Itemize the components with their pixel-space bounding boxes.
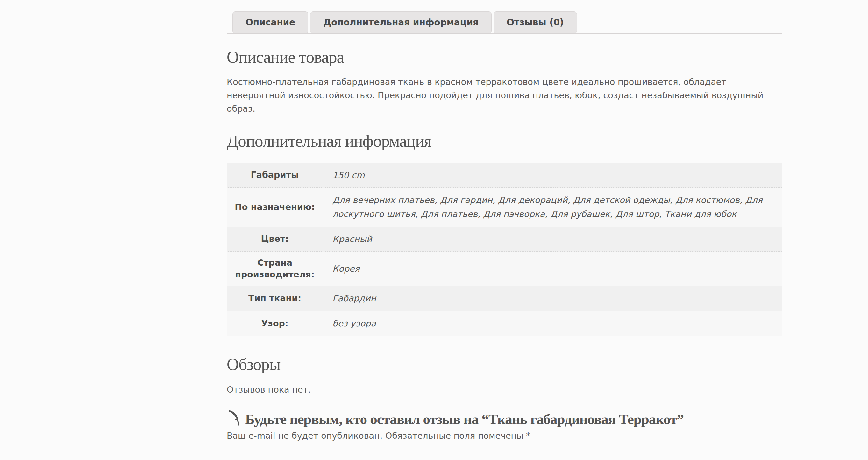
tab-reviews[interactable]: Отзывы (0)	[494, 11, 577, 33]
attribute-row-pattern: Узор: без узора	[227, 311, 782, 336]
review-form-heading: Будьте первым, кто оставил отзыв на “Тка…	[227, 411, 782, 428]
no-reviews-text: Отзывов пока нет.	[227, 385, 782, 394]
attribute-row-dimensions: Габариты 150 cm	[227, 163, 782, 188]
attribute-label: Узор:	[227, 311, 323, 336]
attribute-value: Для вечерних платьев, Для гардин, Для де…	[333, 193, 769, 221]
attribute-value: 150 cm	[333, 168, 769, 182]
review-form-heading-text: Будьте первым, кто оставил отзыв на “Тка…	[245, 411, 684, 428]
attribute-row-fabric: Тип ткани: Габардин	[227, 286, 782, 311]
quill-icon	[227, 410, 240, 426]
reviews-heading: Обзоры	[227, 355, 782, 374]
attribute-value: Корея	[333, 262, 769, 276]
attribute-value: Красный	[333, 232, 769, 246]
review-form-note: Ваш e-mail не будет опубликован. Обязате…	[227, 431, 782, 440]
attribute-row-purpose: По назначению: Для вечерних платьев, Для…	[227, 188, 782, 227]
attribute-row-country: Страна производителя: Корея	[227, 252, 782, 286]
tab-description[interactable]: Описание	[232, 11, 308, 33]
product-tabs-panel: Описание Дополнительная информация Отзыв…	[227, 0, 782, 440]
attribute-value: без узора	[333, 317, 769, 331]
description-text: Костюмно-плательная габардиновая ткань в…	[227, 75, 774, 116]
attributes-table: Габариты 150 cm По назначению: Для вечер…	[227, 163, 782, 336]
attribute-label: Страна производителя:	[227, 252, 323, 286]
tab-additional-info[interactable]: Дополнительная информация	[310, 11, 492, 33]
tabs-bar: Описание Дополнительная информация Отзыв…	[227, 11, 782, 34]
attribute-row-color: Цвет: Красный	[227, 227, 782, 252]
description-heading: Описание товара	[227, 47, 782, 66]
attribute-value: Габардин	[333, 291, 769, 305]
attribute-label: Цвет:	[227, 227, 323, 252]
attribute-label: Тип ткани:	[227, 286, 323, 311]
attribute-label: Габариты	[227, 163, 323, 188]
attribute-label: По назначению:	[227, 188, 323, 227]
additional-info-heading: Дополнительная информация	[227, 131, 782, 151]
